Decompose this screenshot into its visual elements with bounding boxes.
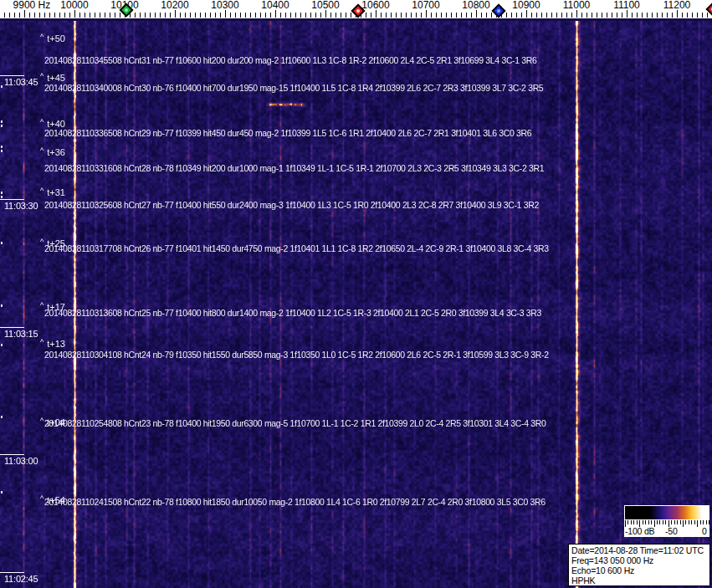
freq-minor-tick	[170, 13, 171, 18]
colorbar-tick	[709, 520, 709, 524]
caret-icon: ^	[40, 72, 44, 80]
freq-minor-tick	[220, 13, 221, 18]
freq-minor-tick	[255, 13, 256, 18]
freq-minor-tick	[531, 13, 532, 18]
freq-minor-tick	[456, 13, 457, 18]
colorbar-label: 0	[702, 526, 707, 536]
meteor-echo-spectrogram-window: 9900 Hz100001010010200103001040010500106…	[0, 0, 712, 588]
colorbar-tick	[663, 520, 663, 524]
event-time-offset-label: ^t+50	[40, 33, 65, 43]
station-info-box: Date=2014-08-28 Time=11:02 UTC Freq=143 …	[568, 544, 710, 586]
time-tick-line	[0, 75, 24, 76]
caret-icon: ^	[40, 187, 44, 195]
colorbar-tick	[648, 520, 649, 524]
freq-minor-tick	[416, 13, 417, 18]
freq-minor-tick	[491, 13, 492, 18]
caret-icon: ^	[40, 33, 44, 41]
freq-minor-tick	[44, 13, 45, 18]
freq-minor-tick	[607, 13, 607, 18]
caret-icon: ^	[40, 417, 44, 425]
freq-minor-tick	[215, 13, 216, 18]
event-time-offset-label: ^t+13	[40, 339, 65, 349]
freq-minor-tick	[637, 13, 638, 18]
colorbar-tick	[657, 520, 658, 524]
colorbar-tick	[680, 520, 681, 524]
freq-minor-tick	[396, 13, 397, 18]
freq-minor-tick	[69, 13, 70, 18]
freq-minor-tick	[446, 13, 447, 18]
event-offset-text: t+50	[47, 33, 65, 43]
time-tick-line	[0, 199, 24, 200]
colorbar-label: -100 dB	[625, 526, 654, 536]
freq-minor-tick	[110, 13, 110, 18]
freq-minor-tick	[245, 13, 246, 18]
freq-major-tick	[175, 10, 176, 18]
freq-minor-tick	[551, 13, 552, 18]
freq-minor-tick	[145, 13, 146, 18]
freq-minor-tick	[85, 13, 85, 18]
freq-major-tick	[677, 10, 678, 18]
freq-minor-tick	[280, 13, 281, 18]
freq-major-tick	[426, 10, 427, 18]
colorbar-tick	[633, 520, 634, 524]
event-edge-mark	[1, 196, 3, 198]
event-edge-mark	[1, 192, 3, 194]
info-date-time: Date=2014-08-28 Time=11:02 UTC	[571, 545, 707, 555]
caret-icon: ^	[40, 118, 44, 126]
colorbar-gradient	[625, 506, 709, 519]
freq-minor-tick	[561, 13, 562, 18]
event-time-offset-label: ^t+31	[40, 187, 65, 197]
freq-minor-tick	[165, 13, 166, 18]
info-station-id: HPHK	[571, 575, 707, 585]
freq-minor-tick	[205, 13, 206, 18]
freq-minor-tick	[185, 13, 186, 18]
event-detection-log-line: 20140828110336508 hCnt29 nb-77 f10399 hi…	[44, 128, 531, 138]
freq-minor-tick	[290, 13, 291, 18]
event-detection-log-line: 20140828110345508 hCnt31 nb-77 f10600 hi…	[44, 55, 537, 65]
freq-minor-tick	[64, 13, 65, 18]
freq-minor-tick	[315, 13, 316, 18]
freq-minor-tick	[622, 13, 622, 18]
freq-minor-tick	[195, 13, 196, 18]
event-offset-text: t+31	[47, 187, 65, 197]
freq-minor-tick	[49, 13, 50, 18]
freq-minor-tick	[310, 13, 311, 18]
freq-minor-tick	[160, 13, 161, 18]
freq-minor-tick	[406, 13, 407, 18]
freq-minor-tick	[90, 13, 90, 18]
caret-icon: ^	[40, 146, 44, 155]
freq-minor-tick	[250, 13, 251, 18]
colorbar-tick	[683, 520, 684, 527]
freq-minor-tick	[687, 13, 688, 18]
freq-minor-tick	[692, 13, 693, 18]
red-diamond-marker-center-dot	[356, 8, 361, 13]
colorbar-tick	[703, 520, 704, 524]
freq-minor-tick	[662, 13, 663, 18]
event-edge-mark	[1, 150, 3, 152]
time-tick-label: 11:03:00	[4, 456, 38, 466]
freq-minor-tick	[105, 13, 105, 18]
colorbar-tick	[659, 520, 660, 524]
freq-minor-tick	[285, 13, 286, 18]
info-echo-frequency: Echo=10 600 Hz	[571, 565, 707, 575]
event-detection-log-line: 20140828110331608 hCnt28 nb-78 f10349 hi…	[44, 163, 544, 173]
freq-minor-tick	[371, 13, 371, 18]
freq-tick-label: 9900 Hz	[13, 0, 51, 11]
event-time-offset-label: ^t+36	[40, 147, 65, 157]
freq-minor-tick	[672, 13, 673, 18]
event-edge-mark	[1, 304, 3, 307]
freq-minor-tick	[516, 13, 517, 18]
freq-minor-tick	[612, 13, 612, 18]
event-offset-text: t+45	[47, 73, 65, 83]
freq-minor-tick	[431, 13, 432, 18]
blue-diamond-marker[interactable]	[492, 4, 506, 18]
freq-minor-tick	[486, 13, 487, 18]
freq-minor-tick	[39, 13, 40, 18]
colorbar-tick	[706, 520, 707, 524]
freq-minor-tick	[336, 13, 336, 18]
event-detection-log-line: 20140828110325608 hCnt27 nb-77 f10400 hi…	[44, 200, 539, 210]
freq-minor-tick	[135, 13, 136, 18]
freq-minor-tick	[270, 13, 271, 18]
freq-minor-tick	[441, 13, 442, 18]
freq-minor-tick	[100, 13, 100, 18]
